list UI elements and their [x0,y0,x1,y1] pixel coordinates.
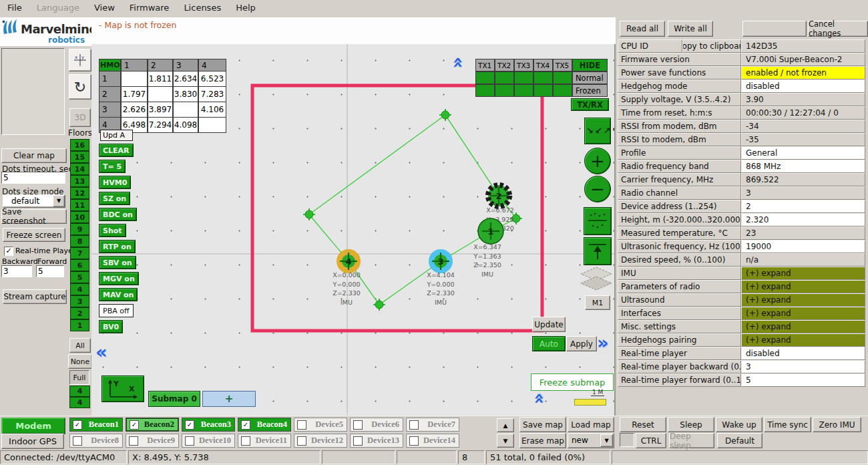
beacon-number-14[interactable]: 14 [70,163,89,175]
beacon-number-7[interactable]: 7 [70,247,89,259]
device-tab-device9[interactable]: Device9 [126,434,179,448]
wake-up-button[interactable]: Wake up [716,417,763,432]
device-tab-device7[interactable]: Device7 [406,418,459,432]
beacon-2[interactable]: 2 [488,185,509,206]
device-tab-device14[interactable]: Device14 [406,434,459,448]
tab-checkbox[interactable] [241,436,250,446]
update-button[interactable]: Update [532,317,566,332]
backward-input[interactable] [1,265,32,277]
parameter-value[interactable]: enabled / not frozen [741,66,865,80]
collapse-left-chevron-icon[interactable]: « [95,343,107,361]
read-all-button[interactable]: Read all [620,21,665,37]
device-tab-device5[interactable]: Device5 [294,418,347,432]
tx-rx-button[interactable]: TX/RX [571,98,609,111]
menu-item-view[interactable]: View [87,0,122,15]
erase-map-button[interactable]: Erase map [519,433,566,448]
cmd-button-t-5[interactable]: T= 5 [99,160,126,173]
device-tab-device8[interactable]: Device8 [69,434,123,448]
device-tab-device11[interactable]: Device11 [238,434,291,448]
tab-checkbox[interactable]: ✓ [185,420,194,430]
collapse-down-chevron-icon[interactable]: » [529,393,547,404]
cmd-button-sbv-on[interactable]: SBV on [99,256,136,269]
empty-list-box[interactable] [1,48,65,135]
device-tab-beacon1[interactable]: ✓Beacon1 [69,418,123,432]
parameter-value[interactable]: (+) expand [741,267,865,280]
hmob-cell-2-1[interactable]: 1.797 [121,86,148,102]
save-map-button[interactable]: Save map [519,417,566,432]
collapse-up-chevron-icon[interactable]: « [450,57,468,68]
tx-cell-normal-3[interactable] [514,71,533,84]
select-none-button[interactable]: None [68,354,92,369]
tx-cell-normal-5[interactable] [553,71,572,84]
tx-cell-normal-4[interactable] [533,71,553,84]
beacon-number-13[interactable]: 13 [70,175,89,187]
parameter-value[interactable]: 868 MHz [741,160,865,173]
map-select-dropdown-icon[interactable]: ▼ [600,434,613,447]
layers-icon[interactable] [578,266,614,294]
upd-a-button[interactable]: Upd A [100,130,133,141]
zero-imu-button[interactable]: Zero IMU [813,417,861,432]
hmob-cell-4-3[interactable]: 4.098 [173,117,198,133]
beacon-1[interactable]: 1 [478,218,503,244]
map-node-1[interactable] [303,208,315,220]
tab-checkbox[interactable]: ✓ [130,420,139,430]
hmob-cell-4-2[interactable]: 7.294 [148,117,173,133]
parameter-value[interactable]: (+) expand [741,320,865,333]
cmd-button-bv0[interactable]: BV0 [99,320,123,333]
device-tab-beacon4[interactable]: ✓Beacon4 [238,418,291,432]
m1-button[interactable]: M1 [585,295,610,310]
hmob-cell-1-3[interactable]: 2.634 [173,71,198,87]
tab-checkbox[interactable] [73,436,82,446]
tx-cell-frozen-5[interactable] [553,84,572,97]
modem-tab[interactable]: Modem [1,418,65,434]
rotate-view-button[interactable]: ↻ [69,74,91,100]
stream-capture-button[interactable]: Stream capture [3,289,67,304]
beacon-number-8[interactable]: 8 [70,235,89,247]
hmob-cell-1-4[interactable]: 6.523 [198,71,226,87]
tx-cell-normal-1[interactable] [475,71,495,84]
dots-timeout-input[interactable] [1,172,65,184]
cmd-button-mav-on[interactable]: MAV on [99,288,138,301]
menu-item-language[interactable]: Language [29,0,87,15]
dots-display-button[interactable] [584,207,612,235]
parameter-value[interactable]: (+) expand [741,280,865,293]
tab-checkbox[interactable] [297,436,306,446]
tab-checkbox[interactable] [185,436,194,446]
load-map-button[interactable]: Load map [568,417,614,432]
parameter-value[interactable]: (+) expand [741,307,865,320]
beacon-number-15[interactable]: 15 [70,151,89,163]
menu-item-firmware[interactable]: Firmware [122,0,177,15]
hmob-cell-1-2[interactable]: 1.811 [148,71,173,87]
tx-hide-button[interactable]: HIDE [572,59,608,71]
realtime-player-checkbox[interactable]: ✓ [4,247,13,256]
parameter-value[interactable]: General [741,146,865,160]
map-canvas[interactable]: X=6.672Y=3.929Z=2.3202143X=6.347Y=1.363Z… [91,44,616,416]
3d-button[interactable]: 3D [69,108,91,127]
cmd-button-sz-on[interactable]: SZ on [99,192,130,205]
parameter-value[interactable]: 2 [741,200,865,213]
hmob-cell-2-2[interactable] [148,86,173,102]
beacon-number-2[interactable]: 2 [70,307,89,319]
tab-checkbox[interactable]: ✓ [241,420,250,430]
hmob-cell-3-2[interactable]: 3.897 [148,102,173,118]
forward-input[interactable] [36,265,64,277]
tabs-scroll-up-button[interactable]: ▲ [497,418,514,432]
dots-size-select[interactable]: default ▼ [3,194,65,208]
hmob-cell-4-4[interactable] [198,117,226,133]
map-file-select[interactable]: new ▼ [568,433,614,448]
add-submap-button[interactable]: + [202,391,256,407]
beacon-number-12[interactable]: 12 [70,187,89,199]
beacon-number-4[interactable]: 4 [70,283,89,295]
cmd-button-clear[interactable]: CLEAR [99,144,134,157]
tabs-scroll-down-button[interactable]: ▼ [497,434,514,448]
map-node-0[interactable] [439,109,451,121]
cmd-button-hvm0[interactable]: HVM0 [99,176,131,189]
tab-checkbox[interactable] [409,420,419,430]
full-button[interactable]: Full [69,370,89,385]
tx-cell-frozen-4[interactable] [533,84,553,97]
beacon-number-9[interactable]: 9 [70,223,89,235]
ctrl-indicator[interactable] [620,433,634,447]
axes-view-button[interactable]: xy [69,49,91,71]
cmd-button-bdc-on[interactable]: BDC on [99,208,137,221]
menu-item-help[interactable]: Help [228,0,263,15]
